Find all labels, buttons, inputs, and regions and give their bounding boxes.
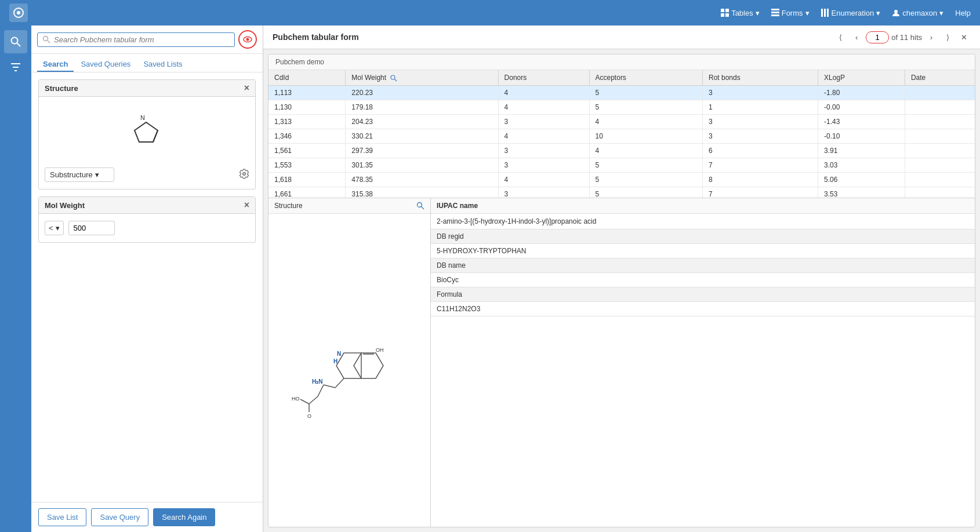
table-row[interactable]: 1,346 330.21 4 10 3 -0.10 — [268, 129, 975, 144]
col-rot-bonds[interactable]: Rot bonds — [702, 70, 818, 86]
page-prev-button[interactable]: ‹ — [850, 30, 863, 44]
save-query-button[interactable]: Save Query — [91, 508, 148, 526]
cell-cdid: 1,346 — [268, 129, 346, 144]
tab-search[interactable]: Search — [37, 57, 74, 72]
structure-filter-body: N Substructure ▾ — [39, 97, 255, 189]
page-input[interactable] — [866, 31, 889, 43]
svg-rect-10 — [824, 9, 826, 17]
svg-point-27 — [418, 203, 422, 207]
button-row: Save List Save Query Search Again — [31, 502, 263, 532]
substructure-select[interactable]: Substructure ▾ — [45, 167, 114, 182]
svg-rect-3 — [725, 9, 729, 12]
table-scroll[interactable]: CdId Mol Weight Donors Acceptors Rot bon — [268, 70, 975, 198]
main-layout: Search Saved Queries Saved Lists Structu… — [0, 25, 980, 532]
enumeration-menu[interactable]: Enumeration ▾ — [821, 9, 881, 17]
cell-mol-weight: 478.35 — [346, 173, 498, 187]
svg-rect-17 — [14, 70, 17, 71]
col-date[interactable]: Date — [905, 70, 975, 86]
cell-donors: 4 — [498, 100, 589, 115]
cell-cdid: 1,661 — [268, 187, 346, 198]
structure-search-icon[interactable] — [416, 202, 424, 210]
tables-menu[interactable]: Tables ▾ — [721, 9, 760, 17]
page-prev-prev-button[interactable]: ⟨ — [833, 30, 847, 44]
table-row[interactable]: 1,618 478.35 4 5 8 5.06 — [268, 173, 975, 187]
content-title: Pubchem tabular form — [273, 32, 827, 42]
cell-acceptors: 5 — [589, 187, 702, 198]
pagination-area: ⟨ ‹ of 11 hits › ⟩ ✕ — [833, 30, 971, 44]
cell-acceptors: 4 — [589, 144, 702, 158]
page-last-button[interactable]: ⟩ — [941, 30, 954, 44]
svg-point-25 — [391, 75, 395, 79]
col-xlogp[interactable]: XLogP — [818, 70, 905, 86]
cell-date — [905, 100, 975, 115]
col-mol-weight[interactable]: Mol Weight — [346, 70, 498, 86]
cell-date — [905, 115, 975, 129]
svg-marker-29 — [354, 353, 383, 378]
svg-text:H₂N: H₂N — [312, 378, 322, 385]
cell-mol-weight: 179.18 — [346, 100, 498, 115]
close-content-button[interactable]: ✕ — [957, 30, 971, 44]
svg-line-24 — [153, 130, 158, 142]
table-body: 1,113 220.23 4 5 3 -1.80 1,130 179.18 4 … — [268, 86, 975, 198]
svg-line-39 — [300, 399, 309, 404]
cell-xlogp: 5.06 — [818, 173, 905, 187]
search-input[interactable] — [54, 35, 230, 44]
tab-saved-queries[interactable]: Saved Queries — [75, 57, 136, 72]
page-next-button[interactable]: › — [924, 30, 938, 44]
search-input-wrap — [37, 32, 235, 47]
structure-filter-header: Structure × — [39, 80, 255, 97]
cell-mol-weight: 220.23 — [346, 86, 498, 100]
app-logo[interactable] — [9, 3, 28, 22]
table-row[interactable]: 1,561 297.39 3 4 6 3.91 — [268, 144, 975, 158]
mol-weight-close-button[interactable]: × — [244, 201, 249, 210]
search-tabs: Search Saved Queries Saved Lists — [31, 54, 263, 72]
operator-select[interactable]: < ▾ — [45, 221, 64, 235]
table-row[interactable]: 1,661 315.38 3 5 7 3.53 — [268, 187, 975, 198]
svg-rect-15 — [11, 63, 20, 64]
cell-xlogp: -0.10 — [818, 129, 905, 144]
table-row[interactable]: 1,553 301.35 3 5 7 3.03 — [268, 158, 975, 173]
structure-detail-header: Structure — [268, 198, 430, 214]
db-name-header: DB name — [431, 258, 975, 273]
eye-button[interactable] — [238, 30, 257, 49]
svg-point-13 — [12, 38, 18, 44]
svg-rect-7 — [771, 12, 779, 13]
filter-icon-bar[interactable] — [4, 56, 27, 79]
search-panel: Search Saved Queries Saved Lists Structu… — [31, 25, 263, 532]
col-donors[interactable]: Donors — [498, 70, 589, 86]
svg-rect-2 — [721, 9, 724, 12]
tryptophan-structure: H N OH H₂N — [286, 318, 413, 422]
save-list-button[interactable]: Save List — [38, 508, 86, 526]
svg-rect-11 — [827, 9, 829, 17]
help-link[interactable]: Help — [955, 9, 971, 17]
db-regid-value: 5-HYDROXY-TRYPTOPHAN — [431, 244, 975, 258]
tab-saved-lists[interactable]: Saved Lists — [137, 57, 188, 72]
svg-line-38 — [309, 396, 318, 404]
db-name-value: BioCyc — [431, 273, 975, 287]
molecule-display[interactable]: N — [45, 104, 249, 162]
substructure-row: Substructure ▾ — [45, 167, 249, 182]
cell-mol-weight: 301.35 — [346, 158, 498, 173]
cell-donors: 3 — [498, 144, 589, 158]
structure-close-button[interactable]: × — [244, 83, 249, 93]
svg-line-19 — [48, 41, 50, 43]
svg-rect-5 — [725, 13, 729, 17]
col-acceptors[interactable]: Acceptors — [589, 70, 702, 86]
search-again-button[interactable]: Search Again — [153, 508, 215, 526]
user-menu[interactable]: chemaxon ▾ — [892, 9, 943, 17]
cell-xlogp: -1.43 — [818, 115, 905, 129]
search-icon-bar[interactable] — [4, 30, 27, 53]
svg-point-1 — [17, 11, 20, 14]
table-row[interactable]: 1,313 204.23 3 4 3 -1.43 — [268, 115, 975, 129]
detail-panel: Structure — [268, 198, 975, 527]
table-row[interactable]: 1,130 179.18 4 5 1 -0.00 — [268, 100, 975, 115]
svg-text:OH: OH — [376, 347, 384, 353]
cell-rot-bonds: 7 — [702, 187, 818, 198]
col-cdid[interactable]: CdId — [268, 70, 346, 86]
gear-icon[interactable] — [239, 169, 249, 181]
cell-mol-weight: 297.39 — [346, 144, 498, 158]
forms-menu[interactable]: Forms ▾ — [771, 9, 810, 17]
mol-weight-input[interactable] — [68, 221, 115, 235]
table-row[interactable]: 1,113 220.23 4 5 3 -1.80 — [268, 86, 975, 100]
mol-weight-search-icon[interactable] — [390, 75, 397, 82]
